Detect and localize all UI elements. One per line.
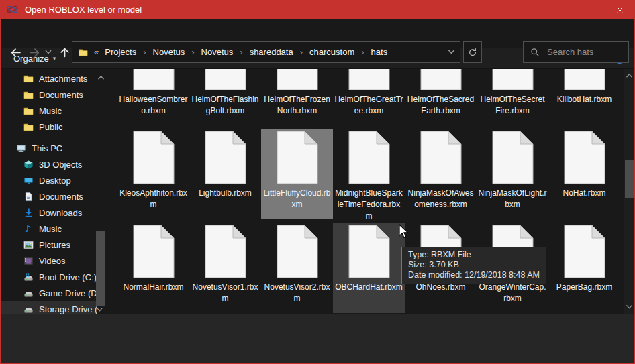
file-name: NinjaMaskOfLight.rbxm: [478, 188, 547, 210]
sidebar-item[interactable]: Downloads: [1, 204, 111, 221]
file-item[interactable]: HelmOfTheFrozenNorth.rbxm: [261, 69, 333, 125]
sidebar-item[interactable]: Desktop: [1, 172, 111, 188]
file-item[interactable]: NinjaMaskOfAwesomeness.rbxm: [405, 129, 477, 219]
address-dropdown-button[interactable]: [442, 42, 460, 62]
chevron-up-icon: [97, 75, 105, 80]
file-item[interactable]: PaperBag.rbxm: [548, 223, 620, 313]
sidebar-item-icon: [23, 224, 34, 234]
sidebar-item-label: Desktop: [39, 176, 71, 186]
file-item[interactable]: NovetusVisor2.rbxm: [261, 223, 333, 313]
sidebar-item[interactable]: Attachments: [1, 70, 111, 86]
scrollbar-thumb[interactable]: [625, 160, 634, 198]
sidebar-item-label: This PC: [32, 143, 62, 154]
breadcrumb-separator-icon[interactable]: ›: [187, 47, 199, 57]
scroll-down-button[interactable]: [624, 302, 635, 312]
chevron-down-icon: [45, 49, 52, 56]
rbxm-file-icon: [492, 69, 534, 90]
rbxm-file-icon: [205, 225, 246, 278]
tooltip-type: Type: RBXM File: [408, 250, 540, 260]
sidebar-item[interactable]: This PC: [1, 140, 111, 156]
close-button[interactable]: [604, 0, 635, 19]
file-item[interactable]: KillbotHat.rbxm: [548, 69, 620, 125]
breadcrumb-segment[interactable]: Novetus: [151, 47, 187, 57]
sidebar-item-label: 3D Objects: [39, 160, 82, 170]
rbxm-file-icon: [564, 131, 605, 184]
sidebar-item[interactable]: Boot Drive (C:): [1, 269, 111, 285]
rbxm-file-icon: [420, 69, 462, 90]
scroll-up-button[interactable]: [624, 70, 635, 81]
sidebar-item[interactable]: 3D Objects: [1, 156, 111, 172]
rbxm-file-icon: [205, 69, 246, 90]
sidebar-item-icon: [23, 74, 34, 84]
breadcrumb-separator-icon[interactable]: ›: [356, 47, 369, 57]
open-file-dialog: Open ROBLOX level or model « Projects ›: [0, 0, 635, 364]
forward-button[interactable]: [26, 44, 43, 60]
file-item[interactable]: HelmOfTheGreatTree.rbxm: [333, 69, 405, 125]
breadcrumb-segment[interactable]: shareddata: [248, 47, 295, 57]
sidebar-item[interactable]: Music: [1, 103, 111, 119]
breadcrumb-separator-icon[interactable]: ›: [295, 47, 307, 57]
search-input[interactable]: [546, 46, 622, 58]
file-item[interactable]: MidnightBlueSparkleTimeFedora.rbxm: [333, 129, 405, 219]
sidebar-item-icon: [23, 90, 34, 100]
file-name: HelmOfTheGreatTree.rbxm: [334, 94, 403, 117]
titlebar[interactable]: Open ROBLOX level or model: [0, 0, 635, 19]
file-item[interactable]: HalloweenSombrero.rbxm: [117, 69, 189, 125]
tooltip-date: Date modified: 12/19/2018 8:48 AM: [408, 270, 540, 280]
sidebar-item-label: Music: [39, 106, 62, 116]
breadcrumb-segment[interactable]: charcustom: [307, 47, 356, 57]
sidebar-item-label: Documents: [39, 90, 83, 100]
file-list-scrollbar[interactable]: [624, 69, 635, 314]
search-box[interactable]: [523, 41, 629, 63]
breadcrumb-overflow-chevron[interactable]: «: [94, 47, 99, 57]
forward-icon: [29, 47, 40, 58]
sidebar-item-icon: [23, 122, 34, 132]
file-item[interactable]: HelmOfTheFlashingBolt.rbxm: [189, 69, 261, 125]
sidebar-item[interactable]: Pictures: [1, 237, 111, 253]
sidebar-item-icon: [23, 176, 34, 186]
recent-locations-button[interactable]: [42, 44, 54, 60]
sidebar-item-icon: [23, 240, 34, 250]
breadcrumb-separator-icon[interactable]: ›: [138, 47, 150, 57]
file-item[interactable]: OBCHardHat.rbxm: [333, 223, 405, 313]
search-icon: [530, 48, 540, 57]
sidebar-item[interactable]: Music: [1, 221, 111, 237]
file-item[interactable]: KleosAphthiton.rbxm: [117, 129, 189, 219]
address-bar[interactable]: « Projects › Novetus ›: [72, 41, 460, 63]
sidebar-item[interactable]: Videos: [1, 253, 111, 269]
file-item[interactable]: NormalHair.rbxm: [117, 223, 189, 313]
sidebar-item-icon: [23, 208, 34, 218]
sidebar-item[interactable]: Game Drive (D:): [1, 285, 111, 301]
file-item[interactable]: NovetusVisor1.rbxm: [189, 223, 261, 313]
breadcrumb-segment[interactable]: Projects: [103, 47, 138, 57]
sidebar-item[interactable]: Documents: [1, 86, 111, 103]
sidebar-scrollbar-thumb[interactable]: [96, 231, 105, 306]
mouse-cursor-icon: [399, 224, 411, 240]
file-item[interactable]: NoHat.rbxm: [548, 129, 620, 219]
rbxm-file-icon: [133, 225, 175, 278]
sidebar-scroll-up-button[interactable]: [95, 73, 106, 82]
refresh-button[interactable]: [463, 41, 482, 63]
rbxm-file-icon: [133, 69, 175, 90]
window-title: Open ROBLOX level or model: [25, 5, 142, 15]
file-name: OBCHardHat.rbxm: [334, 282, 403, 293]
breadcrumb-separator-icon[interactable]: ›: [235, 47, 247, 57]
up-button[interactable]: [56, 44, 73, 60]
rbxm-file-icon: [564, 69, 605, 90]
sidebar-item[interactable]: Public: [1, 119, 111, 135]
sidebar-item-label: Documents: [39, 192, 83, 202]
sidebar-item-icon: [23, 106, 34, 116]
sidebar-item[interactable]: Documents: [1, 188, 111, 204]
back-button[interactable]: [7, 44, 24, 60]
file-item[interactable]: HelmOfTheSacredEarth.rbxm: [405, 69, 477, 125]
file-item[interactable]: HelmOfTheSecretFire.rbxm: [477, 69, 548, 125]
breadcrumb-segment[interactable]: Novetus: [199, 47, 236, 57]
file-item[interactable]: Lightbulb.rbxm: [189, 129, 261, 219]
rbxm-file-icon: [205, 131, 246, 184]
up-icon: [59, 47, 70, 58]
breadcrumb-segment[interactable]: hats: [369, 47, 390, 57]
file-item[interactable]: NinjaMaskOfLight.rbxm: [477, 129, 548, 219]
sidebar-item[interactable]: Storage Drive (G:): [1, 301, 97, 314]
file-item[interactable]: LittleFluffyCloud.rbxm: [261, 129, 333, 219]
chevron-down-icon: [96, 307, 103, 312]
